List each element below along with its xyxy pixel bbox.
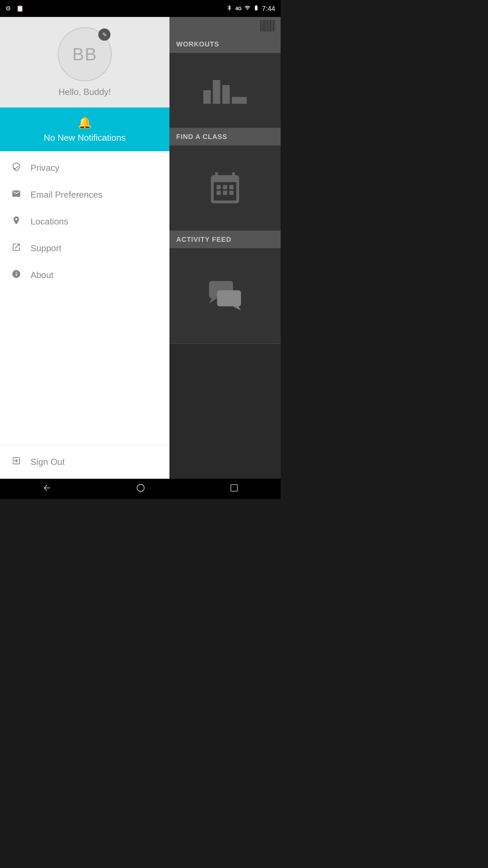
notifications-banner[interactable]: 🔔 No New Notifications: [0, 107, 169, 151]
sign-out-label: Sign Out: [30, 457, 65, 467]
svg-rect-18: [217, 290, 241, 306]
calendar-icon: [208, 171, 242, 205]
svg-rect-13: [217, 191, 221, 195]
status-bar-left: ⚙ 📋: [5, 5, 24, 12]
menu-item-privacy[interactable]: Privacy: [0, 155, 169, 181]
section-header-workouts: WORKOUTS: [169, 36, 281, 53]
shield-icon: [10, 162, 22, 174]
notifications-text: No New Notifications: [44, 133, 125, 143]
signal-bars-icon: [244, 5, 250, 13]
content-topbar: [169, 17, 281, 36]
status-bar: ⚙ 📋 4G 7:44: [0, 0, 281, 17]
sign-out-icon: [10, 456, 22, 468]
bell-icon: 🔔: [78, 116, 92, 129]
info-icon: [10, 269, 22, 281]
svg-marker-19: [233, 306, 241, 310]
bluetooth-icon: [226, 5, 232, 12]
location-icon: [10, 216, 22, 228]
external-link-icon: [10, 242, 22, 254]
email-icon: [10, 189, 22, 201]
support-label: Support: [30, 243, 61, 254]
svg-rect-9: [275, 20, 275, 32]
section-find-a-class[interactable]: FIND A CLASS: [169, 128, 281, 231]
avatar-container[interactable]: BB ✎: [58, 27, 112, 81]
svg-rect-0: [260, 20, 261, 32]
content-area: WORKOUTS FIND A CLASS: [169, 17, 281, 479]
avatar-initials: BB: [72, 44, 97, 64]
section-title-activity-feed: ACTIVITY FEED: [176, 236, 231, 243]
status-bar-right: 4G 7:44: [226, 5, 275, 13]
edit-avatar-button[interactable]: ✎: [98, 28, 110, 41]
section-body-workouts: [169, 53, 281, 127]
menu-list: Privacy Email Preferences Location: [0, 151, 169, 445]
privacy-label: Privacy: [30, 163, 59, 173]
svg-rect-1: [262, 20, 263, 32]
section-title-find-a-class: FIND A CLASS: [176, 133, 227, 140]
sign-out-button[interactable]: Sign Out: [0, 449, 169, 475]
greeting-text: Hello, Buddy!: [59, 87, 111, 97]
svg-rect-8: [273, 20, 274, 32]
svg-rect-21: [231, 485, 238, 491]
main-container: BB ✎ Hello, Buddy! 🔔 No New Notification…: [0, 17, 281, 479]
svg-rect-15: [229, 191, 234, 195]
menu-item-locations[interactable]: Locations: [0, 208, 169, 235]
home-icon[interactable]: [136, 483, 145, 495]
edit-icon: ✎: [102, 32, 107, 38]
status-time: 7:44: [262, 5, 275, 13]
back-icon[interactable]: [42, 483, 52, 495]
svg-rect-2: [263, 20, 265, 32]
svg-rect-7: [272, 20, 272, 32]
drawer: BB ✎ Hello, Buddy! 🔔 No New Notification…: [0, 17, 169, 479]
svg-point-20: [137, 484, 144, 491]
profile-section: BB ✎ Hello, Buddy!: [0, 17, 169, 107]
clipboard-icon: 📋: [16, 5, 24, 12]
menu-item-email-preferences[interactable]: Email Preferences: [0, 181, 169, 208]
locations-label: Locations: [30, 216, 68, 227]
menu-item-about[interactable]: About: [0, 262, 169, 289]
svg-marker-17: [209, 298, 217, 304]
section-body-activity-feed: [169, 248, 281, 343]
svg-rect-4: [267, 20, 268, 32]
section-activity-feed[interactable]: ACTIVITY FEED: [169, 231, 281, 344]
section-workouts[interactable]: WORKOUTS: [169, 36, 281, 128]
section-header-find-a-class: FIND A CLASS: [169, 128, 281, 145]
sign-out-section: Sign Out: [0, 445, 169, 479]
section-header-activity-feed: ACTIVITY FEED: [169, 231, 281, 248]
svg-rect-11: [223, 185, 227, 190]
barcode-icon[interactable]: [260, 20, 275, 33]
menu-item-support[interactable]: Support: [0, 235, 169, 262]
svg-rect-5: [268, 20, 269, 32]
svg-rect-3: [265, 20, 266, 32]
battery-icon: [253, 5, 259, 13]
section-title-workouts: WORKOUTS: [176, 40, 219, 48]
workouts-chart-icon: [203, 77, 247, 104]
email-preferences-label: Email Preferences: [30, 190, 102, 200]
signal-4g-icon: 4G: [235, 6, 242, 11]
settings-icon: ⚙: [5, 5, 11, 12]
section-body-find-a-class: [169, 145, 281, 230]
svg-rect-12: [229, 185, 234, 190]
about-label: About: [30, 270, 54, 280]
bottom-nav: [0, 479, 281, 499]
chat-bubbles-icon: [206, 280, 244, 311]
content-sections: WORKOUTS FIND A CLASS: [169, 36, 281, 479]
svg-rect-14: [223, 191, 227, 195]
svg-rect-10: [217, 185, 221, 190]
svg-rect-6: [270, 20, 271, 32]
recent-apps-icon[interactable]: [230, 484, 239, 495]
